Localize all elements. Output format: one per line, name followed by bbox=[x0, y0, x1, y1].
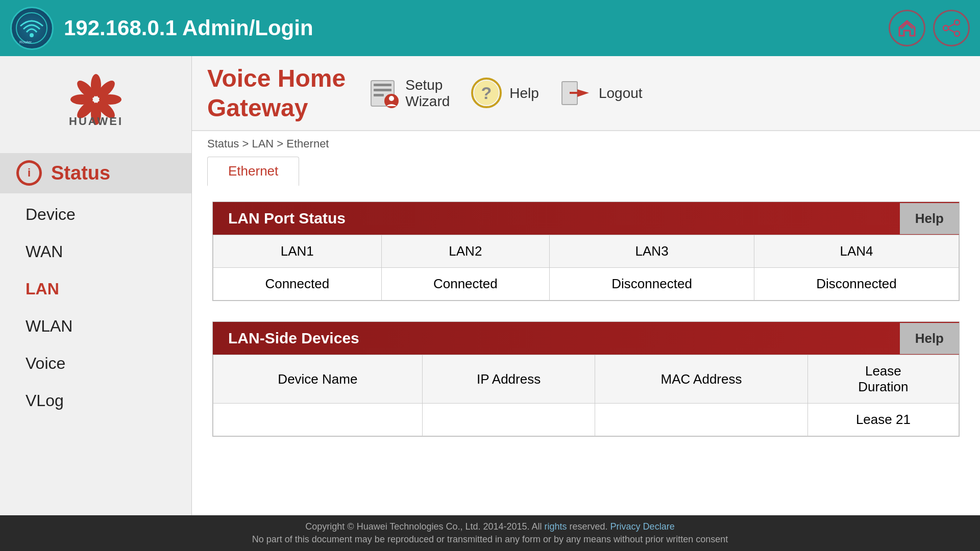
top-actions bbox=[889, 10, 970, 46]
sidebar-item-wlan[interactable]: WLAN bbox=[0, 308, 191, 345]
tab-ethernet[interactable]: Ethernet bbox=[207, 157, 299, 186]
table-row: Connected Connected Disconnected Disconn… bbox=[213, 268, 959, 300]
content-header: Voice HomeGateway Setup Wizard bbox=[192, 56, 980, 131]
footer: Copyright © Huawei Technologies Co., Ltd… bbox=[0, 515, 980, 551]
mac-address-header: MAC Address bbox=[595, 355, 807, 404]
lan-side-devices-section: LAN-Side Devices Help Device Name IP Add… bbox=[212, 321, 960, 437]
lan-devices-table: Device Name IP Address MAC Address Lease… bbox=[213, 355, 959, 436]
sidebar-item-wan[interactable]: WAN bbox=[0, 233, 191, 270]
lan-port-status-help[interactable]: Help bbox=[900, 203, 959, 234]
gateway-title: Voice HomeGateway bbox=[207, 64, 346, 122]
huawei-logo: HUAWEI bbox=[0, 61, 191, 153]
lan4-header: LAN4 bbox=[754, 235, 959, 268]
lan-port-table: LAN1 LAN2 LAN3 LAN4 Connected Connected … bbox=[213, 235, 959, 300]
ip-address-cell bbox=[422, 404, 595, 436]
lease-duration-header: LeaseDuration bbox=[807, 355, 959, 404]
devices-header-row: Device Name IP Address MAC Address Lease… bbox=[213, 355, 959, 404]
svg-point-5 bbox=[943, 26, 948, 31]
top-bar: Router 192.168.0.1 Admin/Login bbox=[0, 0, 980, 56]
footer-line1: Copyright © Huawei Technologies Co., Ltd… bbox=[305, 521, 674, 532]
lease-duration-cell: Lease 21 bbox=[807, 404, 959, 436]
lan2-header: LAN2 bbox=[381, 235, 550, 268]
breadcrumb: Status > LAN > Ethernet bbox=[192, 131, 980, 157]
lan-port-status-section: LAN Port Status Help LAN1 LAN2 LAN3 LAN4 bbox=[212, 202, 960, 301]
logout-label: Logout bbox=[599, 85, 643, 102]
svg-line-6 bbox=[948, 24, 954, 27]
lan1-status: Connected bbox=[213, 268, 382, 300]
svg-point-3 bbox=[954, 20, 960, 25]
svg-text:i: i bbox=[28, 166, 31, 179]
mac-address-cell bbox=[595, 404, 807, 436]
device-name-header: Device Name bbox=[213, 355, 423, 404]
main-layout: HUAWEI i Status Device WAN LAN WLAN Voic… bbox=[0, 56, 980, 515]
ip-address-header: IP Address bbox=[422, 355, 595, 404]
logout-button[interactable]: Logout bbox=[559, 77, 643, 110]
svg-text:HUAWEI: HUAWEI bbox=[69, 115, 123, 128]
sidebar-item-device[interactable]: Device bbox=[0, 196, 191, 233]
footer-line2: No part of this document may be reproduc… bbox=[252, 534, 728, 545]
setup-wizard-button[interactable]: Setup Wizard bbox=[366, 77, 450, 110]
svg-point-4 bbox=[954, 31, 960, 36]
status-label: Status bbox=[51, 162, 110, 184]
svg-rect-23 bbox=[374, 94, 384, 96]
lan3-header: LAN3 bbox=[550, 235, 754, 268]
lan4-status: Disconnected bbox=[754, 268, 959, 300]
lan-side-devices-header: LAN-Side Devices Help bbox=[213, 322, 959, 355]
lan-port-status-header: LAN Port Status Help bbox=[213, 202, 959, 235]
lan-port-status-title: LAN Port Status bbox=[213, 202, 900, 235]
content-area: Voice HomeGateway Setup Wizard bbox=[191, 56, 980, 515]
table-row: Lease 21 bbox=[213, 404, 959, 436]
help-label: Help bbox=[509, 85, 539, 102]
setup-wizard-label: Setup Wizard bbox=[405, 77, 450, 110]
lan-side-devices-help[interactable]: Help bbox=[900, 323, 959, 354]
svg-point-25 bbox=[389, 96, 394, 101]
home-button[interactable] bbox=[889, 10, 925, 46]
svg-rect-21 bbox=[374, 84, 391, 86]
rights-link[interactable]: rights bbox=[545, 521, 567, 532]
lan-side-devices-title: LAN-Side Devices bbox=[213, 322, 900, 355]
sidebar-item-vlog[interactable]: VLog bbox=[0, 382, 191, 419]
svg-point-0 bbox=[16, 13, 47, 43]
table-header-row: LAN1 LAN2 LAN3 LAN4 bbox=[213, 235, 959, 268]
sidebar-item-voice[interactable]: Voice bbox=[0, 345, 191, 382]
sidebar-item-lan[interactable]: LAN bbox=[0, 270, 191, 308]
content-body: LAN Port Status Help LAN1 LAN2 LAN3 LAN4 bbox=[192, 186, 980, 472]
app-logo: Router bbox=[10, 7, 54, 50]
sidebar: HUAWEI i Status Device WAN LAN WLAN Voic… bbox=[0, 56, 191, 515]
lan1-header: LAN1 bbox=[213, 235, 382, 268]
lan2-status: Connected bbox=[381, 268, 550, 300]
help-button[interactable]: ? Help bbox=[470, 77, 539, 110]
lan3-status: Disconnected bbox=[550, 268, 754, 300]
device-name-cell bbox=[213, 404, 423, 436]
svg-text:?: ? bbox=[481, 83, 492, 103]
tab-bar: Ethernet bbox=[192, 157, 980, 186]
svg-point-1 bbox=[30, 33, 34, 37]
svg-text:Router: Router bbox=[19, 40, 32, 44]
privacy-link[interactable]: Privacy Declare bbox=[610, 521, 675, 532]
share-button[interactable] bbox=[933, 10, 970, 46]
status-nav-item[interactable]: i Status bbox=[0, 153, 191, 193]
svg-rect-22 bbox=[374, 89, 391, 91]
status-icon: i bbox=[15, 159, 43, 187]
svg-line-7 bbox=[948, 29, 954, 32]
page-title: 192.168.0.1 Admin/Login bbox=[64, 16, 878, 40]
